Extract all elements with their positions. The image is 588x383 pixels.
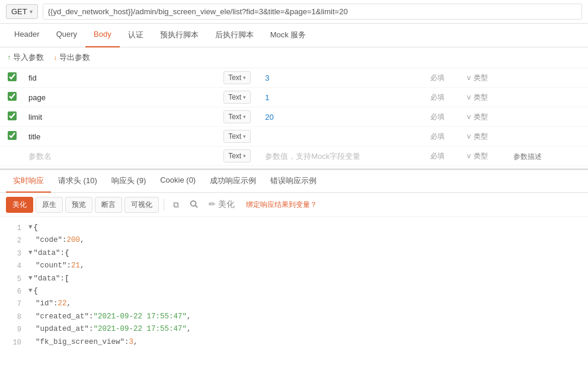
json-token: "data":	[34, 247, 65, 260]
json-token: "updated_at":	[36, 323, 94, 336]
tab-query[interactable]: Query	[48, 24, 85, 47]
type-select-button[interactable]: Text ▾	[223, 149, 251, 162]
param-name-input[interactable]	[28, 74, 159, 82]
json-toggle[interactable]: ▼	[28, 222, 33, 233]
export-label: 导出参数	[59, 52, 90, 63]
svg-point-0	[191, 200, 196, 206]
tab-mock[interactable]: Mock 服务	[262, 24, 315, 47]
json-token: "2021-09-22 17:55:47"	[94, 323, 187, 336]
json-token: "fk_big_screen_view":	[36, 336, 129, 347]
json-token: ,	[133, 336, 138, 347]
method-arrow: ▾	[30, 8, 33, 15]
param-name-input[interactable]	[28, 152, 159, 161]
json-line: 6▼ {	[7, 285, 581, 298]
tab-pre-script[interactable]: 预执行脚本	[152, 24, 207, 47]
json-toggle[interactable]: ▼	[28, 285, 33, 296]
json-toggle[interactable]: ▼	[28, 273, 33, 284]
json-token: {	[34, 285, 39, 298]
type-label[interactable]: ∨ 类型	[466, 73, 488, 83]
import-label: 导入参数	[13, 52, 44, 63]
param-checkbox[interactable]	[8, 72, 17, 81]
type-select-button[interactable]: Text ▾	[223, 91, 251, 104]
json-line: 5▼ "data": [	[7, 273, 581, 285]
param-value-input[interactable]	[265, 74, 421, 82]
fmt-raw[interactable]: 原生	[36, 197, 63, 213]
export-params-button[interactable]: ↓ 导出参数	[53, 52, 90, 63]
json-token: 3	[129, 336, 134, 347]
tab-post-script[interactable]: 后执行脚本	[207, 24, 262, 47]
separator	[164, 199, 164, 210]
param-toolbar: ↑ 导入参数 ↓ 导出参数	[0, 47, 588, 68]
url-bar: GET ▾	[0, 0, 588, 24]
json-line: 7 "id": 22,	[7, 298, 581, 310]
param-name-input[interactable]	[28, 93, 159, 102]
param-name-input[interactable]	[28, 132, 159, 141]
table-row: Text ▾必填∨ 类型	[0, 127, 588, 146]
type-select-button[interactable]: Text ▾	[223, 130, 251, 143]
type-label[interactable]: ∨ 类型	[466, 151, 488, 161]
param-value-input[interactable]	[265, 113, 421, 122]
response-section: 实时响应 请求头 (10) 响应头 (9) Cookie (0) 成功响应示例 …	[0, 168, 588, 347]
tab-body[interactable]: Body	[85, 24, 120, 47]
param-value-input[interactable]	[265, 93, 421, 102]
main-tabs: Header Query Body 认证 预执行脚本 后执行脚本 Mock 服务	[0, 24, 588, 47]
response-tabs: 实时响应 请求头 (10) 响应头 (9) Cookie (0) 成功响应示例 …	[0, 170, 588, 193]
method-select[interactable]: GET ▾	[6, 4, 38, 19]
json-line: 8 "created_at": "2021-09-22 17:55:47",	[7, 311, 581, 323]
json-toggle[interactable]: ▼	[28, 247, 33, 258]
resp-tab-req-headers[interactable]: 请求头 (10)	[51, 170, 104, 193]
json-token: {	[65, 247, 69, 260]
json-token: "data":	[34, 273, 65, 285]
table-row: Text ▾必填∨ 类型	[0, 88, 588, 107]
json-token: {	[34, 222, 39, 234]
search-button[interactable]	[186, 197, 202, 213]
resp-tab-cookie[interactable]: Cookie (0)	[153, 170, 203, 193]
fmt-assert[interactable]: 断言	[95, 197, 122, 213]
copy-button[interactable]: ⧉	[169, 197, 183, 213]
beautify-icon-button[interactable]: ✏ 美化	[204, 196, 239, 213]
type-select-button[interactable]: Text ▾	[223, 71, 251, 84]
json-token: ,	[80, 260, 85, 272]
type-label[interactable]: ∨ 类型	[466, 112, 488, 122]
tab-auth[interactable]: 认证	[120, 24, 152, 47]
resp-tab-error-example[interactable]: 错误响应示例	[263, 170, 324, 193]
param-value-input[interactable]	[265, 132, 421, 141]
resp-tab-resp-headers[interactable]: 响应头 (9)	[104, 170, 154, 193]
param-value-input[interactable]	[265, 152, 421, 161]
json-token: 21	[71, 260, 80, 272]
method-label: GET	[11, 7, 27, 16]
type-label[interactable]: ∨ 类型	[466, 92, 488, 103]
fmt-preview[interactable]: 预览	[65, 197, 92, 213]
param-checkbox[interactable]	[8, 131, 17, 140]
fmt-beautify[interactable]: 美化	[6, 197, 33, 213]
resp-tab-success-example[interactable]: 成功响应示例	[203, 170, 263, 193]
json-token: 200	[67, 234, 81, 247]
param-name-input[interactable]	[28, 113, 159, 122]
required-label: 必填	[426, 88, 461, 107]
required-label: 必填	[426, 107, 461, 127]
tab-header[interactable]: Header	[6, 24, 48, 47]
json-token: ,	[187, 311, 191, 323]
json-token: 22	[58, 298, 67, 310]
url-input[interactable]	[43, 4, 582, 20]
json-token: [	[65, 273, 69, 285]
required-label: 必填	[426, 146, 461, 166]
json-token: ,	[80, 234, 85, 247]
bind-var-link[interactable]: 绑定响应结果到变量？	[246, 200, 317, 210]
resp-tab-realtime[interactable]: 实时响应	[6, 170, 51, 193]
param-desc-input[interactable]	[513, 152, 561, 161]
json-token: "code":	[36, 234, 67, 247]
import-params-button[interactable]: ↑ 导入参数	[7, 52, 44, 63]
param-checkbox[interactable]	[8, 111, 17, 120]
json-line: 1▼{	[7, 222, 581, 234]
import-icon: ↑	[7, 53, 11, 62]
json-token: ,	[67, 298, 72, 310]
type-label[interactable]: ∨ 类型	[466, 132, 488, 142]
table-row: Text ▾必填∨ 类型	[0, 68, 588, 88]
json-token: "created_at":	[36, 311, 94, 323]
table-row: Text ▾必填∨ 类型	[0, 146, 588, 166]
type-select-button[interactable]: Text ▾	[223, 110, 251, 123]
fmt-visual[interactable]: 可视化	[124, 197, 159, 213]
export-icon: ↓	[53, 53, 57, 62]
param-checkbox[interactable]	[8, 92, 17, 101]
